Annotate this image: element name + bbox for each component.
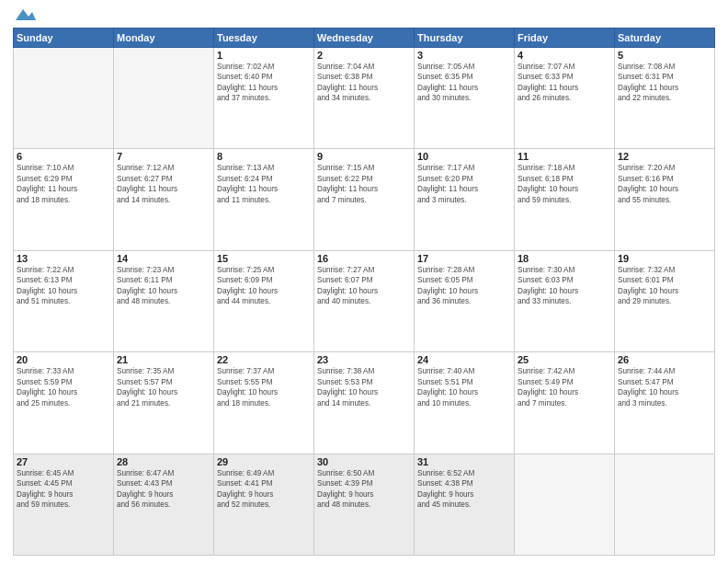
day-info: Sunrise: 7:20 AM Sunset: 6:16 PM Dayligh…	[618, 163, 711, 205]
calendar-cell	[14, 48, 114, 149]
day-number: 15	[217, 253, 311, 264]
calendar-cell: 19Sunrise: 7:32 AM Sunset: 6:01 PM Dayli…	[615, 250, 715, 351]
calendar-cell: 25Sunrise: 7:42 AM Sunset: 5:49 PM Dayli…	[515, 352, 615, 454]
day-number: 21	[117, 354, 210, 365]
header	[13, 9, 715, 22]
calendar-cell: 27Sunrise: 6:45 AM Sunset: 4:45 PM Dayli…	[14, 454, 114, 555]
calendar-cell: 14Sunrise: 7:23 AM Sunset: 6:11 PM Dayli…	[114, 250, 214, 351]
day-number: 17	[417, 253, 511, 264]
day-info: Sunrise: 6:49 AM Sunset: 4:41 PM Dayligh…	[217, 468, 311, 511]
calendar-week-1: 6Sunrise: 7:10 AM Sunset: 6:29 PM Daylig…	[14, 149, 715, 250]
day-number: 18	[518, 253, 611, 264]
day-info: Sunrise: 7:40 AM Sunset: 5:51 PM Dayligh…	[417, 366, 511, 408]
day-number: 31	[417, 456, 511, 467]
calendar-cell: 12Sunrise: 7:20 AM Sunset: 6:16 PM Dayli…	[615, 149, 715, 250]
day-info: Sunrise: 7:07 AM Sunset: 6:33 PM Dayligh…	[518, 62, 611, 104]
day-number: 27	[17, 456, 110, 467]
calendar-cell: 26Sunrise: 7:44 AM Sunset: 5:47 PM Dayli…	[615, 352, 715, 454]
day-number: 6	[17, 151, 110, 162]
calendar-cell: 11Sunrise: 7:18 AM Sunset: 6:18 PM Dayli…	[515, 149, 615, 250]
day-number: 9	[317, 151, 411, 162]
day-info: Sunrise: 7:12 AM Sunset: 6:27 PM Dayligh…	[117, 163, 210, 205]
day-info: Sunrise: 6:47 AM Sunset: 4:43 PM Dayligh…	[117, 468, 210, 511]
day-number: 20	[17, 354, 110, 365]
day-info: Sunrise: 7:13 AM Sunset: 6:24 PM Dayligh…	[217, 163, 311, 205]
calendar-header-wednesday: Wednesday	[314, 29, 415, 48]
calendar-cell	[615, 454, 715, 555]
calendar-cell: 20Sunrise: 7:33 AM Sunset: 5:59 PM Dayli…	[14, 352, 114, 454]
day-info: Sunrise: 7:35 AM Sunset: 5:57 PM Dayligh…	[117, 366, 210, 408]
svg-marker-0	[16, 9, 36, 20]
calendar-week-3: 20Sunrise: 7:33 AM Sunset: 5:59 PM Dayli…	[14, 352, 715, 454]
day-info: Sunrise: 7:18 AM Sunset: 6:18 PM Dayligh…	[518, 163, 611, 205]
day-number: 11	[518, 151, 611, 162]
calendar-cell: 24Sunrise: 7:40 AM Sunset: 5:51 PM Dayli…	[415, 352, 515, 454]
calendar-cell: 23Sunrise: 7:38 AM Sunset: 5:53 PM Dayli…	[314, 352, 415, 454]
day-number: 19	[618, 253, 711, 264]
day-number: 28	[117, 456, 210, 467]
day-number: 10	[417, 151, 511, 162]
calendar-cell: 29Sunrise: 6:49 AM Sunset: 4:41 PM Dayli…	[214, 454, 314, 555]
calendar-cell: 10Sunrise: 7:17 AM Sunset: 6:20 PM Dayli…	[415, 149, 515, 250]
calendar-cell: 13Sunrise: 7:22 AM Sunset: 6:13 PM Dayli…	[14, 250, 114, 351]
day-number: 13	[17, 253, 110, 264]
day-info: Sunrise: 7:17 AM Sunset: 6:20 PM Dayligh…	[417, 163, 511, 205]
calendar-header-tuesday: Tuesday	[214, 29, 314, 48]
day-number: 2	[317, 50, 411, 61]
calendar-header-friday: Friday	[515, 29, 615, 48]
calendar-cell: 5Sunrise: 7:08 AM Sunset: 6:31 PM Daylig…	[615, 48, 715, 149]
calendar-cell: 4Sunrise: 7:07 AM Sunset: 6:33 PM Daylig…	[515, 48, 615, 149]
day-info: Sunrise: 7:04 AM Sunset: 6:38 PM Dayligh…	[317, 62, 411, 104]
day-number: 22	[217, 354, 311, 365]
calendar-header-thursday: Thursday	[415, 29, 515, 48]
calendar-cell	[515, 454, 615, 555]
day-number: 30	[317, 456, 411, 467]
day-info: Sunrise: 6:50 AM Sunset: 4:39 PM Dayligh…	[317, 468, 411, 511]
calendar-cell	[114, 48, 214, 149]
day-info: Sunrise: 7:25 AM Sunset: 6:09 PM Dayligh…	[217, 265, 311, 307]
calendar-cell: 8Sunrise: 7:13 AM Sunset: 6:24 PM Daylig…	[214, 149, 314, 250]
day-number: 8	[217, 151, 311, 162]
day-info: Sunrise: 7:10 AM Sunset: 6:29 PM Dayligh…	[17, 163, 110, 205]
day-number: 3	[417, 50, 511, 61]
day-number: 25	[518, 354, 611, 365]
day-info: Sunrise: 7:22 AM Sunset: 6:13 PM Dayligh…	[17, 265, 110, 307]
calendar-header-row: SundayMondayTuesdayWednesdayThursdayFrid…	[14, 29, 715, 48]
calendar-cell: 16Sunrise: 7:27 AM Sunset: 6:07 PM Dayli…	[314, 250, 415, 351]
day-info: Sunrise: 7:08 AM Sunset: 6:31 PM Dayligh…	[618, 62, 711, 104]
calendar-week-2: 13Sunrise: 7:22 AM Sunset: 6:13 PM Dayli…	[14, 250, 715, 351]
logo	[13, 9, 36, 22]
page: SundayMondayTuesdayWednesdayThursdayFrid…	[0, 0, 728, 563]
calendar-cell: 17Sunrise: 7:28 AM Sunset: 6:05 PM Dayli…	[415, 250, 515, 351]
calendar-header-sunday: Sunday	[14, 29, 114, 48]
day-info: Sunrise: 7:23 AM Sunset: 6:11 PM Dayligh…	[117, 265, 210, 307]
calendar-body: 1Sunrise: 7:02 AM Sunset: 6:40 PM Daylig…	[14, 48, 715, 556]
calendar-table: SundayMondayTuesdayWednesdayThursdayFrid…	[13, 28, 715, 556]
day-number: 1	[217, 50, 311, 61]
calendar-cell: 22Sunrise: 7:37 AM Sunset: 5:55 PM Dayli…	[214, 352, 314, 454]
calendar-cell: 18Sunrise: 7:30 AM Sunset: 6:03 PM Dayli…	[515, 250, 615, 351]
logo-icon	[16, 7, 36, 22]
calendar-cell: 30Sunrise: 6:50 AM Sunset: 4:39 PM Dayli…	[314, 454, 415, 555]
calendar-cell: 1Sunrise: 7:02 AM Sunset: 6:40 PM Daylig…	[214, 48, 314, 149]
calendar-cell: 21Sunrise: 7:35 AM Sunset: 5:57 PM Dayli…	[114, 352, 214, 454]
day-info: Sunrise: 7:27 AM Sunset: 6:07 PM Dayligh…	[317, 265, 411, 307]
calendar-header-saturday: Saturday	[615, 29, 715, 48]
day-info: Sunrise: 7:37 AM Sunset: 5:55 PM Dayligh…	[217, 366, 311, 408]
day-number: 16	[317, 253, 411, 264]
day-info: Sunrise: 6:45 AM Sunset: 4:45 PM Dayligh…	[17, 468, 110, 511]
calendar-cell: 28Sunrise: 6:47 AM Sunset: 4:43 PM Dayli…	[114, 454, 214, 555]
day-number: 12	[618, 151, 711, 162]
calendar-week-4: 27Sunrise: 6:45 AM Sunset: 4:45 PM Dayli…	[14, 454, 715, 555]
calendar-cell: 7Sunrise: 7:12 AM Sunset: 6:27 PM Daylig…	[114, 149, 214, 250]
day-info: Sunrise: 7:38 AM Sunset: 5:53 PM Dayligh…	[317, 366, 411, 408]
day-number: 5	[618, 50, 711, 61]
day-info: Sunrise: 7:33 AM Sunset: 5:59 PM Dayligh…	[17, 366, 110, 408]
day-info: Sunrise: 7:44 AM Sunset: 5:47 PM Dayligh…	[618, 366, 711, 408]
calendar-cell: 2Sunrise: 7:04 AM Sunset: 6:38 PM Daylig…	[314, 48, 415, 149]
day-info: Sunrise: 7:28 AM Sunset: 6:05 PM Dayligh…	[417, 265, 511, 307]
day-info: Sunrise: 6:52 AM Sunset: 4:38 PM Dayligh…	[417, 468, 511, 511]
day-info: Sunrise: 7:15 AM Sunset: 6:22 PM Dayligh…	[317, 163, 411, 205]
calendar-cell: 31Sunrise: 6:52 AM Sunset: 4:38 PM Dayli…	[415, 454, 515, 555]
calendar-header-monday: Monday	[114, 29, 214, 48]
